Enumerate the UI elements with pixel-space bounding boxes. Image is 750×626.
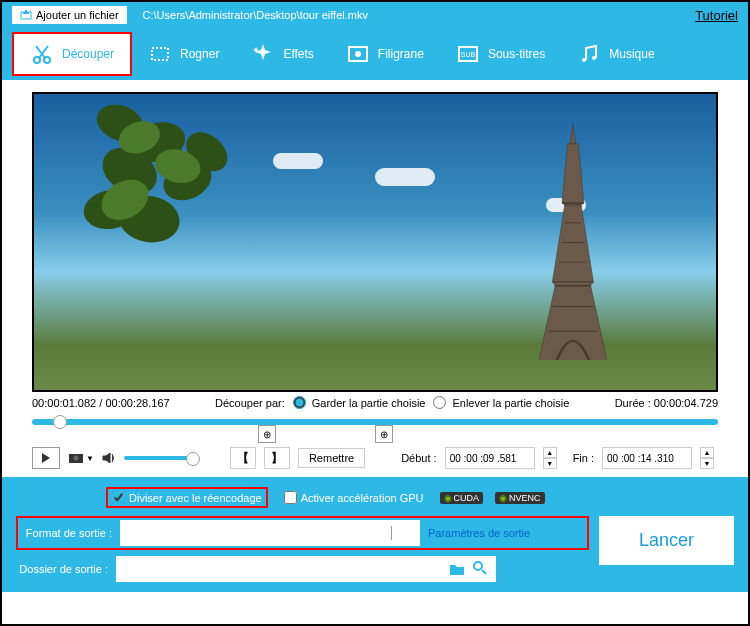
- end-down-button[interactable]: ▼: [700, 458, 714, 469]
- controls-row: ▼ 【 】 Remettre Début : 00 :00 :09 .581 ▲…: [32, 447, 718, 469]
- tutorial-link[interactable]: Tutoriel: [695, 8, 738, 23]
- folder-row: Dossier de sortie : D:\Documents\Videos\: [16, 556, 589, 582]
- split-reencode-label: Diviser avec le réencodage: [129, 492, 262, 504]
- folder-label: Dossier de sortie :: [16, 563, 108, 575]
- gpu-accel-label: Activer accélération GPU: [301, 492, 424, 504]
- tool-watermark[interactable]: Filigrane: [330, 34, 440, 74]
- nvenc-badge: ◉NVENC: [495, 492, 545, 504]
- start-time-input[interactable]: 00 :00 :09 .581: [445, 447, 535, 469]
- gpu-accel-checkbox[interactable]: Activer accélération GPU: [280, 489, 428, 506]
- svg-point-5: [355, 51, 361, 57]
- tool-subtitle-label: Sous-titres: [488, 47, 545, 61]
- add-file-button[interactable]: Ajouter un fichier: [12, 6, 127, 24]
- camera-icon: [68, 452, 84, 464]
- effects-icon: [251, 42, 275, 66]
- split-reencode-checkbox[interactable]: Diviser avec le réencodage: [106, 487, 268, 508]
- svg-rect-3: [152, 48, 168, 60]
- launch-button[interactable]: Lancer: [599, 516, 734, 565]
- timeline-knob[interactable]: [53, 415, 67, 429]
- dropdown-arrow-icon: ▲: [391, 526, 412, 540]
- svg-point-9: [592, 56, 596, 60]
- svg-point-8: [582, 58, 586, 62]
- svg-point-21: [74, 456, 79, 461]
- output-params-link[interactable]: Paramètres de sortie: [428, 527, 530, 539]
- folder-value: D:\Documents\Videos\: [124, 562, 449, 576]
- radio-remove-input[interactable]: [433, 396, 446, 409]
- format-value: Keep Original Video Format(*.mkv): [128, 526, 314, 540]
- radio-remove[interactable]: Enlever la partie choisie: [433, 396, 569, 409]
- options-row: Diviser avec le réencodage Activer accél…: [16, 487, 734, 508]
- trim-start-handle[interactable]: ⊕: [258, 425, 276, 443]
- folder-input[interactable]: D:\Documents\Videos\: [116, 556, 496, 582]
- radio-keep[interactable]: Garder la partie choisie: [293, 396, 426, 409]
- header-bar: Ajouter un fichier C:\Users\Administrato…: [2, 2, 748, 28]
- trim-end-handle[interactable]: ⊕: [375, 425, 393, 443]
- cut-icon: [30, 42, 54, 66]
- timeline-info: 00:00:01.082 / 00:00:28.167 Découper par…: [32, 396, 718, 409]
- tool-music[interactable]: Musique: [561, 34, 670, 74]
- radio-remove-label: Enlever la partie choisie: [452, 397, 569, 409]
- svg-text:SUB: SUB: [461, 51, 476, 58]
- split-reencode-input[interactable]: [112, 491, 125, 504]
- tool-crop[interactable]: Rogner: [132, 34, 235, 74]
- end-time-stepper[interactable]: ▲ ▼: [700, 447, 714, 469]
- play-button[interactable]: [32, 447, 60, 469]
- format-label: Format de sortie :: [20, 527, 112, 539]
- eiffel-tower: [532, 124, 614, 361]
- tool-watermark-label: Filigrane: [378, 47, 424, 61]
- bracket-end-button[interactable]: 】: [264, 447, 290, 469]
- volume-slider[interactable]: [124, 456, 194, 460]
- subtitle-icon: SUB: [456, 42, 480, 66]
- folder-icon[interactable]: [449, 562, 465, 576]
- cut-by-label: Découper par:: [215, 397, 285, 409]
- end-time-input[interactable]: 00 :00 :14 .310: [602, 447, 692, 469]
- start-label: Début :: [401, 452, 436, 464]
- toolbar: Découper Rogner Effets Filigrane SUB Sou…: [2, 28, 748, 80]
- snapshot-button[interactable]: ▼: [68, 452, 94, 464]
- tool-crop-label: Rogner: [180, 47, 219, 61]
- crop-icon: [148, 42, 172, 66]
- bottom-section: Diviser avec le réencodage Activer accél…: [2, 477, 748, 592]
- bracket-start-button[interactable]: 【: [230, 447, 256, 469]
- format-row: Format de sortie : Keep Original Video F…: [16, 516, 589, 550]
- watermark-icon: [346, 42, 370, 66]
- timeline-position: 00:00:01.082 / 00:00:28.167: [32, 397, 170, 409]
- gpu-accel-input[interactable]: [284, 491, 297, 504]
- reset-button[interactable]: Remettre: [298, 448, 365, 468]
- tool-cut-label: Découper: [62, 47, 114, 61]
- music-icon: [577, 42, 601, 66]
- tool-subtitle[interactable]: SUB Sous-titres: [440, 34, 561, 74]
- video-preview[interactable]: [32, 92, 718, 392]
- radio-keep-input[interactable]: [293, 396, 306, 409]
- preview-area: 00:00:01.082 / 00:00:28.167 Découper par…: [2, 80, 748, 477]
- chevron-down-icon: ▼: [86, 454, 94, 463]
- radio-keep-label: Garder la partie choisie: [312, 397, 426, 409]
- play-icon: [41, 453, 51, 463]
- add-file-icon: [20, 9, 32, 21]
- volume-icon[interactable]: [102, 451, 116, 465]
- start-down-button[interactable]: ▼: [543, 458, 557, 469]
- start-time-stepper[interactable]: ▲ ▼: [543, 447, 557, 469]
- duration-label: Durée : 00:00:04.729: [615, 397, 718, 409]
- leaves-decoration: [34, 94, 341, 286]
- file-path-display: C:\Users\Administrator\Desktop\tour eiff…: [143, 9, 696, 21]
- add-file-label: Ajouter un fichier: [36, 9, 119, 21]
- tool-effects-label: Effets: [283, 47, 313, 61]
- timeline-slider[interactable]: ⊕ ⊕: [32, 411, 718, 443]
- tool-cut[interactable]: Découper: [12, 32, 132, 76]
- cuda-badge: ◉CUDA: [440, 492, 484, 504]
- tool-effects[interactable]: Effets: [235, 34, 329, 74]
- end-up-button[interactable]: ▲: [700, 447, 714, 458]
- tool-music-label: Musique: [609, 47, 654, 61]
- search-icon[interactable]: [472, 560, 488, 576]
- end-label: Fin :: [573, 452, 594, 464]
- format-dropdown[interactable]: Keep Original Video Format(*.mkv) ▲: [120, 520, 420, 546]
- svg-point-22: [474, 562, 482, 570]
- start-up-button[interactable]: ▲: [543, 447, 557, 458]
